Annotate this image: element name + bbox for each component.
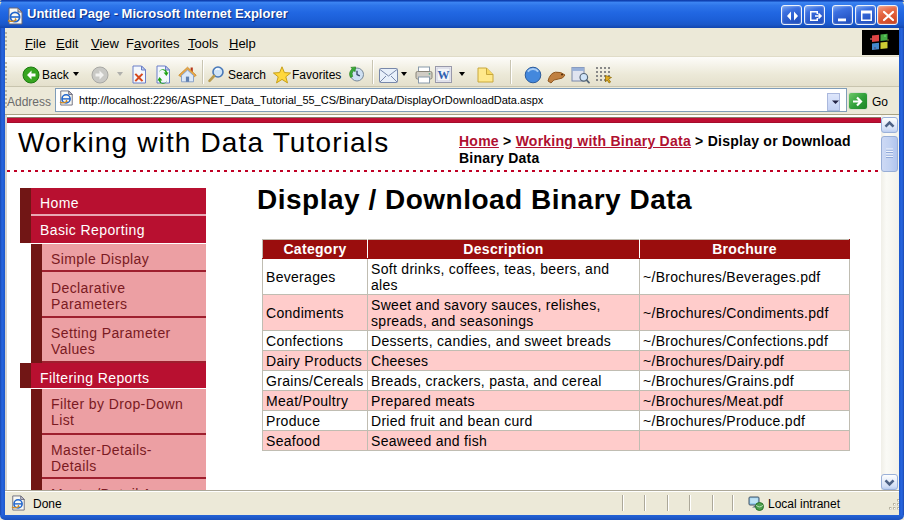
svg-text:W: W	[438, 68, 450, 82]
